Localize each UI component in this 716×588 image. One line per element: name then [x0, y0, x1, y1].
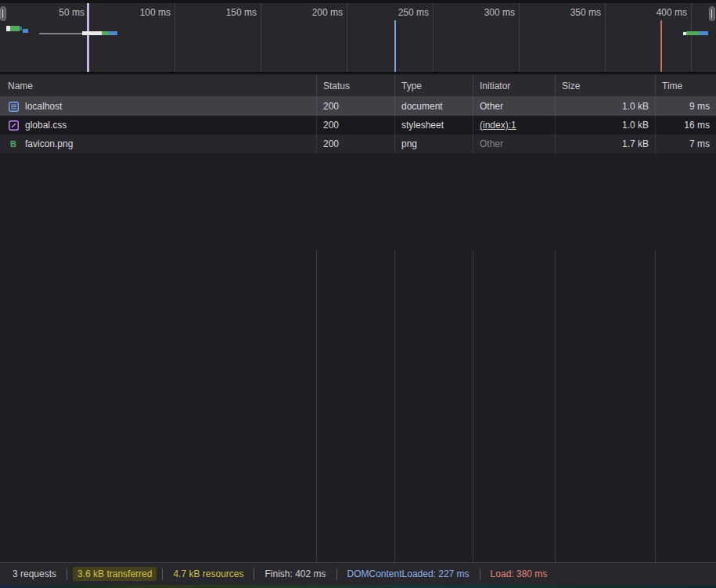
- ruler-tick-label: 250 ms: [347, 7, 429, 18]
- requests-table-body: localhost 200 document Other 1.0 kB 9 ms…: [0, 97, 716, 153]
- ruler-tick-label: 150 ms: [175, 7, 257, 18]
- summary-divider: [67, 568, 67, 580]
- table-empty-area: [0, 250, 716, 588]
- ruler-tick-label: 300 ms: [433, 7, 515, 18]
- request-size: 1.0 kB: [556, 97, 656, 116]
- request-status: 200: [317, 116, 395, 134]
- table-row-global-css[interactable]: global.css 200 stylesheet (index):1 1.0 …: [0, 116, 716, 134]
- request-time: 9 ms: [656, 97, 716, 116]
- transferred-size: 3.6 kB transferred: [73, 567, 157, 581]
- ruler-tick-label: 200 ms: [261, 7, 343, 18]
- request-initiator: Other: [473, 134, 556, 153]
- overview-left-handle[interactable]: [0, 6, 6, 21]
- resources-size: 4.7 kB resources: [168, 567, 248, 581]
- requests-table-header: Name Status Type Initiator Size Time: [0, 75, 716, 97]
- table-row-localhost[interactable]: localhost 200 document Other 1.0 kB 9 ms: [0, 97, 716, 116]
- ruler-tick-label: 100 ms: [88, 7, 171, 18]
- ruler-gridline: [605, 3, 606, 72]
- ruler-tick-label: 350 ms: [519, 7, 601, 18]
- dom-content-loaded-time: DOMContentLoaded: 227 ms: [343, 567, 474, 581]
- request-name: favicon.png: [25, 138, 73, 149]
- ruler-gridline: [433, 3, 434, 72]
- dom-content-loaded-marker-line: [394, 20, 396, 72]
- network-overview[interactable]: 50 ms 100 ms 150 ms 200 ms 250 ms 300 ms…: [0, 3, 716, 74]
- ruler-gridline: [261, 3, 261, 72]
- table-row-favicon[interactable]: B favicon.png 200 png Other 1.7 kB 7 ms: [0, 134, 716, 153]
- requests-count: 3 requests: [8, 567, 61, 581]
- image-thumbnail-icon: B: [8, 138, 19, 149]
- ruler-gridline: [175, 3, 175, 72]
- summary-divider: [336, 568, 337, 580]
- request-time: 7 ms: [656, 134, 716, 153]
- request-name: global.css: [25, 120, 67, 131]
- initiator-link[interactable]: (index):1: [480, 120, 516, 131]
- request-initiator: Other: [473, 97, 556, 116]
- ruler-gridline: [347, 3, 347, 72]
- request-type: png: [395, 134, 473, 153]
- stylesheet-icon: [8, 120, 19, 131]
- column-header-size[interactable]: Size: [556, 75, 656, 96]
- window-edge-strip: [0, 585, 716, 588]
- finish-time: Finish: 402 ms: [260, 567, 330, 581]
- request-name: localhost: [25, 101, 62, 112]
- column-header-time[interactable]: Time: [656, 75, 716, 96]
- ruler-gridline: [691, 3, 692, 72]
- summary-divider: [162, 568, 163, 580]
- load-event-marker-line: [660, 20, 662, 72]
- request-size: 1.0 kB: [556, 116, 656, 134]
- load-time: Load: 380 ms: [486, 567, 552, 581]
- column-header-name[interactable]: Name: [0, 75, 317, 96]
- network-panel: 50 ms 100 ms 150 ms 200 ms 250 ms 300 ms…: [0, 0, 716, 588]
- request-status: 200: [317, 97, 395, 116]
- column-header-status[interactable]: Status: [317, 75, 395, 96]
- document-icon: [8, 101, 19, 112]
- column-header-type[interactable]: Type: [395, 75, 473, 96]
- highlight-marker-line: [87, 3, 89, 72]
- ruler-tick-label: 50 ms: [2, 7, 85, 18]
- network-summary-bar: 3 requests 3.6 kB transferred 4.7 kB res…: [0, 562, 716, 585]
- ruler-gridline: [519, 3, 520, 72]
- request-size: 1.7 kB: [556, 134, 656, 153]
- summary-divider: [480, 568, 480, 580]
- request-type: stylesheet: [395, 116, 473, 134]
- column-header-initiator[interactable]: Initiator: [473, 75, 556, 96]
- request-type: document: [395, 97, 473, 116]
- overview-right-handle[interactable]: [709, 6, 715, 21]
- request-time: 16 ms: [656, 116, 716, 134]
- ruler-tick-label: 400 ms: [605, 7, 687, 18]
- request-status: 200: [317, 134, 395, 153]
- summary-divider: [254, 568, 254, 580]
